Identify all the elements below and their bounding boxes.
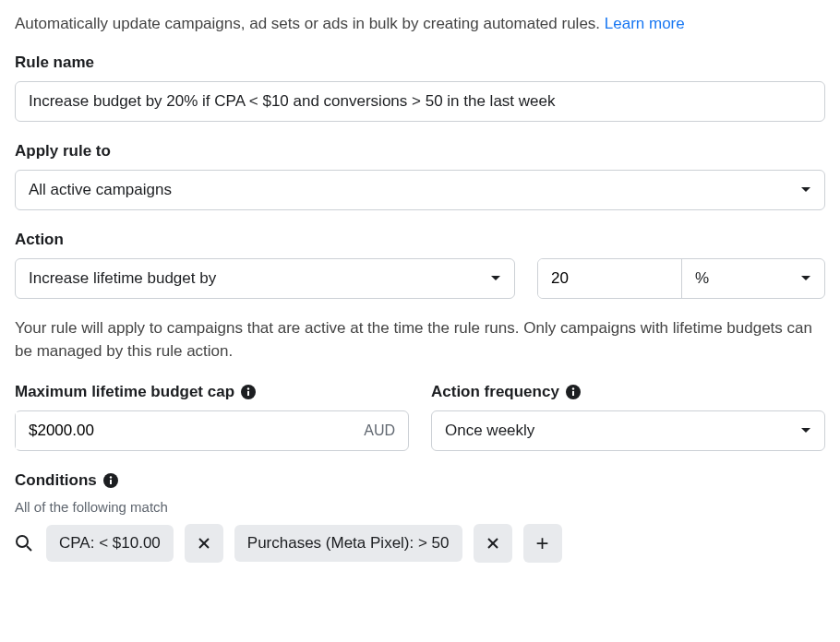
frequency-label: Action frequency	[431, 383, 825, 401]
conditions-label: Conditions	[15, 471, 825, 490]
budget-cap-label: Maximum lifetime budget cap	[15, 383, 409, 401]
svg-point-5	[572, 388, 574, 390]
action-amount-input[interactable]	[538, 259, 681, 298]
action-unit-value: %	[695, 269, 709, 288]
chevron-down-icon	[490, 275, 501, 282]
budget-cap-label-text: Maximum lifetime budget cap	[15, 383, 234, 401]
budget-cap-input[interactable]	[16, 412, 364, 449]
remove-condition-button[interactable]	[474, 524, 512, 563]
conditions-label-text: Conditions	[15, 471, 97, 490]
svg-point-8	[110, 477, 112, 479]
svg-line-10	[27, 546, 31, 551]
action-note: Your rule will apply to campaigns that a…	[15, 317, 825, 363]
chevron-down-icon	[800, 427, 811, 434]
add-condition-button[interactable]: +	[523, 524, 562, 563]
info-icon[interactable]	[565, 384, 582, 400]
svg-rect-4	[572, 391, 574, 396]
intro-text: Automatically update campaigns, ad sets …	[15, 15, 825, 33]
action-label: Action	[15, 231, 825, 249]
svg-point-2	[247, 388, 249, 390]
condition-chip[interactable]: Purchases (Meta Pixel): > 50	[234, 525, 462, 562]
action-select[interactable]: Increase lifetime budget by	[15, 258, 515, 299]
apply-to-label: Apply rule to	[15, 142, 825, 160]
svg-rect-1	[247, 391, 249, 396]
conditions-sub: All of the following match	[15, 499, 825, 515]
search-icon[interactable]	[15, 534, 35, 553]
action-value: Increase lifetime budget by	[29, 269, 216, 288]
frequency-label-text: Action frequency	[431, 383, 559, 401]
intro-body: Automatically update campaigns, ad sets …	[15, 15, 605, 32]
svg-point-9	[17, 536, 28, 547]
learn-more-link[interactable]: Learn more	[605, 15, 685, 32]
frequency-value: Once weekly	[445, 422, 534, 440]
rule-name-input[interactable]	[15, 81, 825, 122]
svg-rect-7	[110, 480, 112, 484]
rule-name-label: Rule name	[15, 54, 825, 72]
remove-condition-button[interactable]	[185, 524, 223, 563]
apply-to-select[interactable]: All active campaigns	[15, 170, 825, 210]
info-icon[interactable]	[240, 384, 257, 400]
info-icon[interactable]	[102, 472, 119, 489]
action-unit-select[interactable]: %	[681, 259, 824, 298]
budget-cap-currency: AUD	[364, 422, 395, 439]
apply-to-value: All active campaigns	[29, 181, 172, 199]
chevron-down-icon	[800, 186, 811, 194]
chevron-down-icon	[800, 275, 811, 282]
condition-chip[interactable]: CPA: < $10.00	[46, 525, 174, 562]
frequency-select[interactable]: Once weekly	[431, 410, 825, 451]
